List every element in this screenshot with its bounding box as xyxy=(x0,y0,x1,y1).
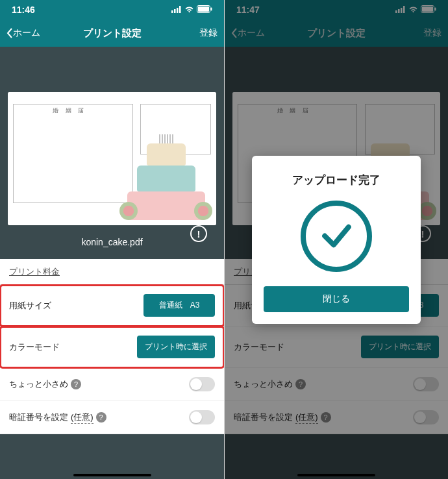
battery-icon xyxy=(197,5,212,15)
modal-close-button[interactable]: 閉じる xyxy=(264,286,409,312)
page-title: プリント設定 xyxy=(83,27,142,40)
nav-bar: ホーム プリント設定 登録 xyxy=(0,19,224,47)
status-time: 11:46 xyxy=(12,5,35,15)
modal-overlay: アップロード完了 閉じる xyxy=(225,0,448,479)
back-label: ホーム xyxy=(13,27,40,39)
file-name: konin_cake.pdf xyxy=(81,237,142,247)
price-link[interactable]: プリント料金 xyxy=(9,267,60,276)
phone-left: 11:46 ホーム プリント設定 登録 婚 姻 届 xyxy=(0,0,224,479)
home-indicator[interactable] xyxy=(297,474,375,476)
smaller-toggle[interactable] xyxy=(189,377,215,391)
help-icon[interactable]: ? xyxy=(96,412,106,423)
document-preview[interactable]: 婚 姻 届 xyxy=(8,92,216,225)
wifi-icon xyxy=(184,5,194,15)
price-link-row: プリント料金 xyxy=(0,259,224,285)
svg-rect-1 xyxy=(174,9,176,13)
file-name-row: konin_cake.pdf ! xyxy=(8,229,216,255)
preview-area: 婚 姻 届 konin_cake.pdf ! xyxy=(0,47,224,259)
smaller-label: ちょっと小さめ xyxy=(9,378,68,390)
upload-complete-modal: アップロード完了 閉じる xyxy=(252,156,421,324)
smaller-toggle-row: ちょっと小さめ ? xyxy=(0,368,224,401)
info-icon[interactable]: ! xyxy=(190,225,207,242)
pin-label: 暗証番号を設定 xyxy=(9,411,68,423)
chevron-left-icon xyxy=(6,28,13,38)
home-indicator[interactable] xyxy=(73,474,151,476)
svg-rect-5 xyxy=(198,6,209,12)
paper-size-row[interactable]: 用紙サイズ 普通紙 A3 xyxy=(0,285,224,326)
cake-illustration xyxy=(122,119,210,220)
pin-optional: (任意) xyxy=(71,411,93,424)
status-indicators xyxy=(171,5,212,15)
svg-rect-3 xyxy=(179,6,181,13)
paper-size-label: 用紙サイズ xyxy=(9,300,51,312)
help-icon[interactable]: ? xyxy=(71,379,81,389)
phone-right: 11:47 ホーム プリント設定 登録 婚 姻 届 ! xyxy=(224,0,448,479)
register-button[interactable]: 登録 xyxy=(199,27,218,39)
svg-rect-2 xyxy=(177,8,179,13)
modal-title: アップロード完了 xyxy=(264,173,409,188)
settings-panel: プリント料金 用紙サイズ 普通紙 A3 カラーモード プリント時に選択 ちょっと… xyxy=(0,259,224,434)
back-button[interactable]: ホーム xyxy=(6,27,40,39)
status-bar: 11:46 xyxy=(0,0,224,19)
paper-size-button[interactable]: 普通紙 A3 xyxy=(143,294,215,317)
svg-rect-0 xyxy=(171,10,173,13)
document-inner-title: 婚 姻 届 xyxy=(53,106,86,115)
color-mode-label: カラーモード xyxy=(9,341,60,353)
svg-rect-6 xyxy=(211,8,212,11)
color-mode-row[interactable]: カラーモード プリント時に選択 xyxy=(0,326,224,368)
color-mode-button[interactable]: プリント時に選択 xyxy=(137,336,215,358)
pin-toggle[interactable] xyxy=(189,410,215,424)
signal-icon xyxy=(171,5,182,15)
check-circle-icon xyxy=(301,201,372,272)
pin-toggle-row: 暗証番号を設定 (任意) ? xyxy=(0,401,224,434)
